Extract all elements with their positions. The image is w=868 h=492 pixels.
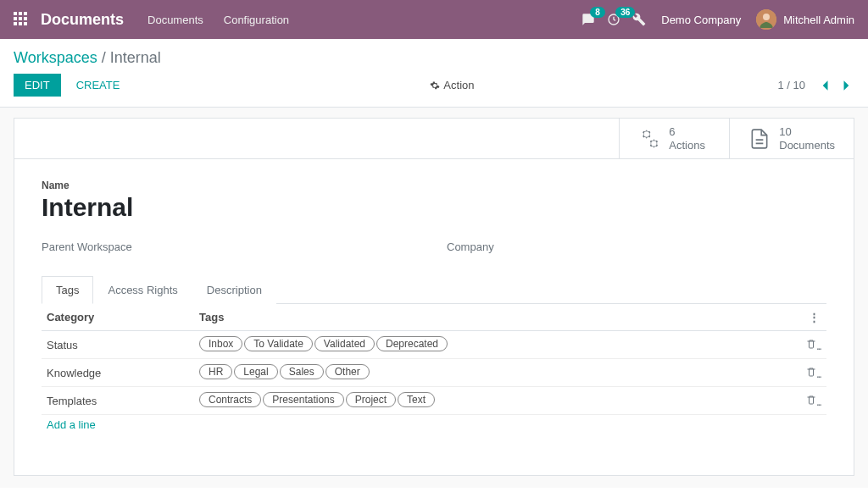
breadcrumb-sep: / (97, 49, 110, 66)
stat-documents-label: Documents (779, 139, 835, 152)
chevron-right-icon (843, 80, 851, 91)
tags-table: Category Tags ⋮ StatusInboxTo ValidateVa… (42, 304, 826, 436)
table-row[interactable]: TemplatesContractsPresentationsProjectTe… (42, 387, 826, 415)
col-tags: Tags (194, 304, 801, 331)
category-cell: Status (42, 331, 194, 359)
action-dropdown[interactable]: Action (430, 79, 474, 91)
tag-pill[interactable]: Text (398, 392, 435, 407)
name-value: Internal (42, 193, 826, 222)
top-navbar: Documents Documents Configuration 8 36 D… (0, 0, 868, 39)
pager[interactable]: 1 / 10 (777, 79, 805, 91)
name-label: Name (42, 180, 826, 191)
tag-pill[interactable]: Contracts (199, 392, 261, 407)
delete-row-button[interactable]: ... (801, 331, 826, 359)
gear-icon (430, 80, 440, 91)
avatar (756, 9, 776, 30)
control-panel: Workspaces / Internal EDIT CREATE Action… (0, 39, 868, 108)
apps-icon[interactable] (14, 12, 29, 27)
nav-documents[interactable]: Documents (147, 14, 203, 26)
table-row[interactable]: KnowledgeHRLegalSalesOther... (42, 359, 826, 387)
svg-point-2 (763, 14, 770, 20)
activities-tray[interactable]: 36 (607, 13, 620, 26)
tag-pill[interactable]: Other (326, 364, 370, 379)
tag-pill[interactable]: Inbox (199, 336, 242, 351)
category-cell: Templates (42, 387, 194, 415)
tags-cell: HRLegalSalesOther (194, 359, 801, 387)
col-category: Category (42, 304, 194, 331)
debug-tray[interactable] (632, 13, 646, 26)
tag-pill[interactable]: To Validate (244, 336, 312, 351)
tab-tags[interactable]: Tags (42, 276, 93, 304)
messages-badge: 8 (590, 7, 605, 18)
trash-icon (806, 338, 816, 350)
chevron-left-icon (821, 80, 829, 91)
stat-documents-count: 10 (779, 125, 835, 139)
wrench-icon (632, 13, 646, 26)
user-menu[interactable]: Mitchell Admin (756, 9, 854, 30)
breadcrumb-current: Internal (110, 49, 161, 66)
stat-documents-button[interactable]: 10 Documents (729, 119, 854, 158)
company-label: Company (447, 240, 826, 253)
file-icon (748, 128, 771, 150)
nav-configuration[interactable]: Configuration (224, 14, 289, 26)
table-row[interactable]: StatusInboxTo ValidateValidatedDeprecate… (42, 331, 826, 359)
tag-pill[interactable]: Sales (280, 364, 324, 379)
breadcrumb: Workspaces / Internal (14, 49, 854, 67)
action-label: Action (443, 79, 474, 91)
tags-cell: ContractsPresentationsProjectText (194, 387, 801, 415)
tag-pill[interactable]: Validated (314, 336, 375, 351)
tab-description[interactable]: Description (192, 276, 276, 304)
stat-actions-button[interactable]: 6 Actions (619, 119, 729, 158)
edit-button[interactable]: EDIT (14, 74, 61, 97)
delete-row-button[interactable]: ... (801, 359, 826, 387)
category-cell: Knowledge (42, 359, 194, 387)
tag-pill[interactable]: Presentations (263, 392, 343, 407)
breadcrumb-root[interactable]: Workspaces (14, 49, 97, 66)
stat-actions-count: 6 (669, 125, 705, 139)
tag-pill[interactable]: Project (346, 392, 396, 407)
create-button[interactable]: CREATE (70, 75, 127, 96)
tag-pill[interactable]: HR (199, 364, 232, 379)
tags-cell: InboxTo ValidateValidatedDeprecated (194, 331, 801, 359)
trash-icon (806, 366, 816, 378)
delete-row-button[interactable]: ... (801, 387, 826, 415)
tab-access-rights[interactable]: Access Rights (93, 276, 192, 304)
stat-actions-label: Actions (669, 139, 705, 152)
optional-columns-button[interactable]: ⋮ (801, 304, 826, 331)
pager-prev[interactable] (817, 78, 832, 93)
tag-pill[interactable]: Deprecated (376, 336, 448, 351)
gears-icon (638, 128, 660, 150)
tabs: Tags Access Rights Description (42, 275, 826, 304)
company-switcher[interactable]: Demo Company (661, 14, 741, 26)
user-name: Mitchell Admin (783, 14, 854, 26)
stat-buttons-row: 6 Actions 10 Documents (14, 119, 854, 159)
add-line-button[interactable]: Add a line (42, 415, 826, 437)
tag-pill[interactable]: Legal (234, 364, 277, 379)
parent-workspace-label: Parent Workspace (42, 240, 421, 253)
messages-tray[interactable]: 8 (581, 13, 595, 26)
app-brand[interactable]: Documents (41, 11, 124, 29)
pager-next[interactable] (839, 78, 854, 93)
form-background: 6 Actions 10 Documents Name Internal Par… (0, 108, 868, 488)
trash-icon (806, 394, 816, 406)
form-sheet: 6 Actions 10 Documents Name Internal Par… (14, 118, 854, 476)
